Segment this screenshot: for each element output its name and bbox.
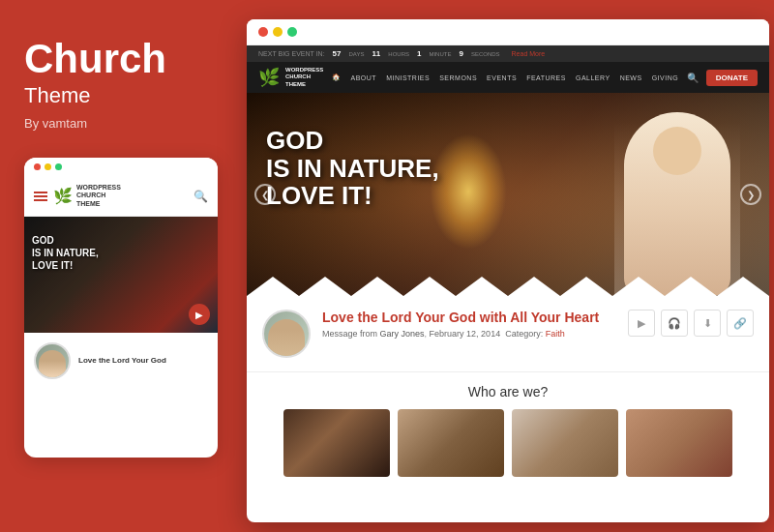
mobile-hero-text: GOD IS IN NATURE, LOVE IT! bbox=[32, 234, 99, 272]
event-bar-seconds-unit: SECONDS bbox=[471, 51, 500, 57]
message-meta: Message from Gary Jones, February 12, 20… bbox=[322, 329, 616, 339]
desktop-nav-links: 🏠 ABOUT MINISTRIES SERMONS EVENTS FEATUR… bbox=[332, 74, 678, 81]
event-bar-hours-unit: HOURS bbox=[388, 51, 409, 57]
desktop-mockup: NEXT BIG EVENT IN: 57 DAYS 11 HOURS 1 MI… bbox=[247, 19, 769, 522]
hero-person-figure bbox=[614, 103, 740, 296]
desktop-nav: 🌿 WORDPRESSCHURCHTHEME 🏠 ABOUT MINISTRIE… bbox=[247, 62, 769, 93]
hero-person-head bbox=[653, 127, 701, 175]
message-download-button[interactable]: ⬇ bbox=[694, 310, 721, 337]
mobile-logo-area: 🌿 WORDPRESSCHURCHTHEME bbox=[53, 184, 121, 208]
app-title: Church bbox=[24, 39, 213, 79]
mobile-dot-green bbox=[55, 163, 62, 170]
mobile-avatar bbox=[34, 342, 71, 379]
event-bar-days-unit: DAYS bbox=[349, 51, 365, 57]
who-image-4[interactable] bbox=[626, 409, 732, 477]
message-date: February 12, 2014 bbox=[430, 329, 501, 339]
hero-person-shape bbox=[624, 112, 730, 296]
desktop-event-bar: NEXT BIG EVENT IN: 57 DAYS 11 HOURS 1 MI… bbox=[247, 45, 769, 62]
mobile-dot-yellow bbox=[45, 163, 51, 170]
desktop-logo-text: WORDPRESSCHURCHTHEME bbox=[285, 67, 323, 88]
event-bar-seconds-val: 9 bbox=[459, 49, 462, 58]
hero-prev-arrow[interactable]: ❮ bbox=[254, 184, 276, 205]
mobile-mockup: 🌿 WORDPRESSCHURCHTHEME 🔍 GOD IS IN NATUR… bbox=[24, 158, 218, 458]
mobile-top-bar bbox=[24, 158, 218, 176]
desktop-dot-red bbox=[258, 27, 268, 37]
who-section: Who are we? bbox=[247, 372, 769, 488]
message-section: Love the Lord Your God with All Your Hea… bbox=[247, 296, 769, 372]
who-images bbox=[262, 409, 754, 477]
event-bar-minutes-unit: MINUTE bbox=[429, 51, 451, 57]
desktop-top-bar bbox=[247, 19, 769, 45]
mobile-nav: 🌿 WORDPRESSCHURCHTHEME 🔍 bbox=[24, 176, 218, 217]
desktop-nav-logo: 🌿 WORDPRESSCHURCHTHEME bbox=[258, 67, 323, 88]
message-headphones-button[interactable]: 🎧 bbox=[661, 310, 688, 337]
message-category[interactable]: Faith bbox=[546, 329, 565, 339]
who-image-1[interactable] bbox=[283, 409, 390, 477]
mobile-logo-text: WORDPRESSCHURCHTHEME bbox=[76, 184, 121, 208]
who-image-2[interactable] bbox=[398, 409, 504, 477]
desktop-logo-icon: 🌿 bbox=[258, 67, 280, 88]
mobile-post-title: Love the Lord Your God bbox=[78, 356, 166, 366]
hamburger-line bbox=[34, 195, 47, 197]
message-author: Gary Jones bbox=[380, 329, 425, 339]
message-link-button[interactable]: 🔗 bbox=[727, 310, 754, 337]
nav-link-events[interactable]: EVENTS bbox=[487, 74, 517, 81]
nav-link-sermons[interactable]: SERMONS bbox=[439, 74, 477, 81]
mobile-search-icon[interactable]: 🔍 bbox=[194, 190, 208, 203]
mobile-logo-icon: 🌿 bbox=[53, 187, 73, 205]
mobile-post-row: Love the Lord Your God bbox=[34, 342, 208, 379]
event-bar-minutes-val: 1 bbox=[417, 49, 421, 58]
mobile-avatar-face bbox=[39, 350, 66, 377]
message-avatar bbox=[262, 310, 311, 358]
hero-text: GOD IS IN NATURE, LOVE IT! bbox=[266, 127, 439, 210]
message-category-label: Category: bbox=[505, 329, 543, 339]
event-bar-days-val: 57 bbox=[333, 49, 342, 58]
nav-link-news[interactable]: NEWS bbox=[620, 74, 642, 81]
event-bar-hours-val: 11 bbox=[372, 49, 380, 58]
desktop-dots bbox=[258, 27, 297, 37]
mobile-content: Love the Lord Your God bbox=[24, 333, 218, 395]
desktop-search-icon[interactable]: 🔍 bbox=[687, 73, 699, 83]
message-title[interactable]: Love the Lord Your God with All Your Hea… bbox=[322, 310, 616, 325]
app-author: By vamtam bbox=[24, 116, 213, 131]
who-image-3[interactable] bbox=[512, 409, 618, 477]
nav-link-home[interactable]: 🏠 bbox=[332, 74, 342, 81]
hamburger-line bbox=[34, 199, 47, 201]
message-play-button[interactable]: ▶ bbox=[628, 310, 655, 337]
mobile-hero: GOD IS IN NATURE, LOVE IT! ▶ bbox=[24, 217, 218, 333]
nav-link-about[interactable]: ABOUT bbox=[351, 74, 377, 81]
nav-link-ministries[interactable]: MINISTRIES bbox=[386, 74, 430, 81]
app-subtitle: Theme bbox=[24, 83, 213, 108]
message-meta-prefix: Message from bbox=[322, 329, 377, 339]
message-actions: ▶ 🎧 ⬇ 🔗 bbox=[628, 310, 754, 337]
desktop-dot-yellow bbox=[273, 27, 283, 37]
who-title: Who are we? bbox=[262, 384, 754, 399]
nav-link-features[interactable]: FEATURES bbox=[526, 74, 566, 81]
hamburger-line bbox=[34, 192, 47, 193]
hero-next-arrow[interactable]: ❯ bbox=[740, 184, 761, 205]
mobile-nav-left: 🌿 WORDPRESSCHURCHTHEME bbox=[34, 184, 121, 208]
hero-glow bbox=[430, 133, 507, 250]
message-content: Love the Lord Your God with All Your Hea… bbox=[322, 310, 616, 339]
mobile-dot-red bbox=[34, 163, 41, 170]
message-avatar-face bbox=[268, 319, 305, 356]
mobile-dots bbox=[34, 163, 62, 170]
desktop-dot-green bbox=[287, 27, 297, 37]
desktop-nav-actions: 🔍 Donate bbox=[687, 70, 758, 86]
nav-link-giving[interactable]: GIVING bbox=[652, 74, 679, 81]
desktop-hero: GOD IS IN NATURE, LOVE IT! ❮ ❯ bbox=[247, 93, 769, 296]
event-bar-label: NEXT BIG EVENT IN: bbox=[258, 50, 325, 57]
event-bar-link[interactable]: Read More bbox=[512, 50, 546, 57]
mobile-next-arrow[interactable]: ▶ bbox=[189, 304, 210, 325]
donate-button[interactable]: Donate bbox=[706, 70, 758, 86]
hamburger-icon[interactable] bbox=[34, 192, 47, 201]
nav-link-gallery[interactable]: GALLERY bbox=[576, 74, 610, 81]
left-panel: Church Theme By vamtam 🌿 WORDPRESS bbox=[0, 0, 237, 532]
